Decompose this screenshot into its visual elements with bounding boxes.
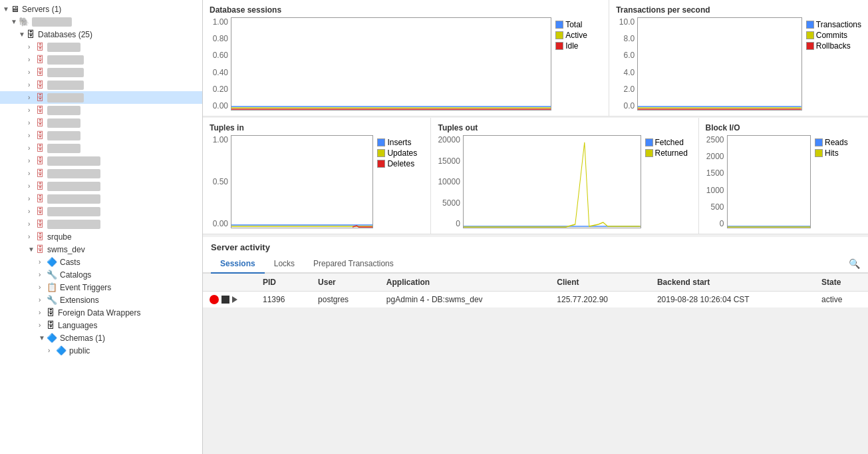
db-icon: 🗄 [36, 219, 45, 229]
table-row: 11396 postgres pgAdmin 4 - DB:swms_dev 1… [203, 292, 868, 308]
legend-hits: Hits [815, 148, 861, 158]
sidebar-item-db-c1[interactable]: › 🗄 [0, 53, 202, 66]
block-io-chart [727, 135, 811, 228]
sidebar-item-casts[interactable]: › 🔷 Casts [0, 256, 202, 268]
servers-icon: 🖥 [11, 4, 19, 14]
tuples-out-panel: Tuples out 20000 15000 10000 5000 0 [430, 118, 698, 234]
tuples-in-chart [231, 135, 373, 228]
db-label [47, 43, 80, 52]
expand-icon: ▼ [28, 246, 36, 253]
sidebar-item-event-triggers[interactable]: › 📋 Event Triggers [0, 281, 202, 294]
sidebar-item-db-m6[interactable]: › 🗄 [0, 218, 202, 230]
expand-icon: › [39, 258, 47, 266]
db-label [47, 169, 100, 178]
sidebar-item-databases[interactable]: ▼ 🗄 Databases (25) [0, 28, 202, 41]
legend-total-color [555, 21, 563, 29]
tab-prepared-transactions[interactable]: Prepared Transactions [304, 255, 403, 274]
db-icon: 🗄 [36, 244, 45, 254]
sidebar-item-languages[interactable]: › 🗄 Languages [0, 319, 202, 332]
legend-updates-color [377, 149, 385, 157]
sidebar-item-public[interactable]: › 🔷 public [0, 344, 202, 357]
legend-inserts-label: Inserts [387, 138, 411, 147]
sidebar: ▼ 🖥 Servers (1) ▼ 🐘 ▼ 🗄 Databases (25) ›… [0, 0, 203, 454]
sidebar-item-db-selected[interactable]: › 🗄 [0, 91, 202, 104]
db-label [47, 118, 80, 128]
legend-idle: Idle [555, 41, 602, 51]
expand-icon: › [28, 119, 36, 126]
sidebar-item-db-f1[interactable]: › 🗄 [0, 104, 202, 116]
transactions-panel: Transactions per second 10.0 8.0 6.0 4.0… [609, 0, 868, 116]
db-icon: 🗄 [36, 143, 45, 153]
expand-icon: › [48, 347, 56, 354]
db-icon: 🗄 [36, 42, 45, 52]
sidebar-item-catalogs[interactable]: › 🔧 Catalogs [0, 268, 202, 281]
db-label [47, 106, 80, 115]
srqube-label: srqube [47, 232, 72, 242]
legend-commits: Commits [806, 31, 861, 40]
db-sessions-panel: Database sessions 1.00 0.80 0.60 0.40 0.… [203, 0, 609, 116]
legend-fetched: Fetched [645, 138, 692, 147]
play-icon[interactable] [232, 296, 237, 303]
terminate-icon[interactable] [210, 295, 219, 304]
transactions-chart [637, 17, 802, 111]
db-icon: 🗄 [36, 168, 45, 178]
sidebar-item-db-f4[interactable]: › 🗄 [0, 142, 202, 154]
sidebar-item-srqube[interactable]: › 🗄 srqube [0, 230, 202, 243]
sidebar-item-db-m5[interactable]: › 🗄 [0, 205, 202, 218]
sidebar-item-db-s[interactable]: › 🗄 [0, 41, 202, 53]
sidebar-item-server[interactable]: ▼ 🐘 [0, 15, 202, 28]
sidebar-item-servers[interactable]: ▼ 🖥 Servers (1) [0, 3, 202, 15]
sidebar-item-db-m1[interactable]: › 🗄 [0, 154, 202, 167]
tab-sessions[interactable]: Sessions [211, 255, 265, 274]
legend-total: Total [555, 20, 602, 29]
sidebar-item-swms-dev[interactable]: ▼ 🗄 swms_dev [0, 243, 202, 256]
block-io-panel: Block I/O 2500 2000 1500 1000 500 0 [698, 118, 869, 234]
tuples-out-title: Tuples out [438, 123, 691, 132]
tab-locks[interactable]: Locks [265, 255, 304, 274]
legend-hits-color [815, 149, 823, 157]
databases-icon: 🗄 [27, 29, 35, 39]
sidebar-item-extensions[interactable]: › 🔧 Extensions [0, 294, 202, 306]
db-label [47, 207, 100, 216]
legend-transactions-color [806, 21, 814, 29]
legend-fetched-color [645, 138, 653, 146]
legend-updates-label: Updates [387, 148, 417, 158]
db-label [47, 55, 84, 65]
cell-user: postgres [311, 292, 380, 308]
expand-icon: ▼ [39, 334, 47, 341]
legend-rollbacks-color [806, 42, 814, 50]
legend-returned-label: Returned [655, 148, 688, 158]
activity-table: PID User Application Client Backend star… [203, 274, 868, 308]
legend-deletes-label: Deletes [387, 159, 414, 168]
sidebar-item-db-m4[interactable]: › 🗄 [0, 192, 202, 205]
tuples-out-chart [463, 135, 641, 228]
sidebar-item-db-f3[interactable]: › 🗄 [0, 129, 202, 142]
stop-icon[interactable] [221, 296, 229, 304]
schema-icon: 🔷 [56, 345, 67, 355]
sidebar-item-db-f2[interactable]: › 🗄 [0, 116, 202, 129]
transactions-y-axis: 10.0 8.0 6.0 4.0 2.0 0.0 [616, 17, 635, 111]
search-icon[interactable]: 🔍 [849, 258, 860, 269]
sidebar-item-fdw[interactable]: › 🗄 Foreign Data Wrappers [0, 306, 202, 319]
sidebar-item-schemas[interactable]: ▼ 🔷 Schemas (1) [0, 332, 202, 344]
swms-dev-label: swms_dev [47, 245, 85, 254]
sidebar-item-db-m3[interactable]: › 🗄 [0, 180, 202, 192]
block-io-y-axis: 2500 2000 1500 1000 500 0 [706, 135, 724, 228]
schemas-icon: 🔷 [47, 333, 57, 343]
languages-label: Languages [58, 321, 97, 330]
legend-idle-color [555, 42, 563, 50]
event-triggers-label: Event Triggers [60, 283, 111, 292]
db-label [47, 144, 80, 153]
db-icon: 🗄 [36, 118, 45, 128]
sidebar-item-db-c3[interactable]: › 🗄 [0, 79, 202, 91]
expand-icon: › [39, 284, 47, 291]
db-icon: 🗄 [36, 181, 45, 191]
extensions-label: Extensions [60, 296, 99, 305]
sidebar-item-db-c2[interactable]: › 🗄 [0, 66, 202, 79]
row-icon-group [210, 295, 249, 304]
expand-icon: ▼ [3, 5, 11, 13]
sidebar-item-db-m2[interactable]: › 🗄 [0, 167, 202, 180]
db-icon: 🗄 [36, 80, 45, 90]
expand-icon: › [28, 195, 36, 202]
legend-reads: Reads [815, 138, 861, 147]
